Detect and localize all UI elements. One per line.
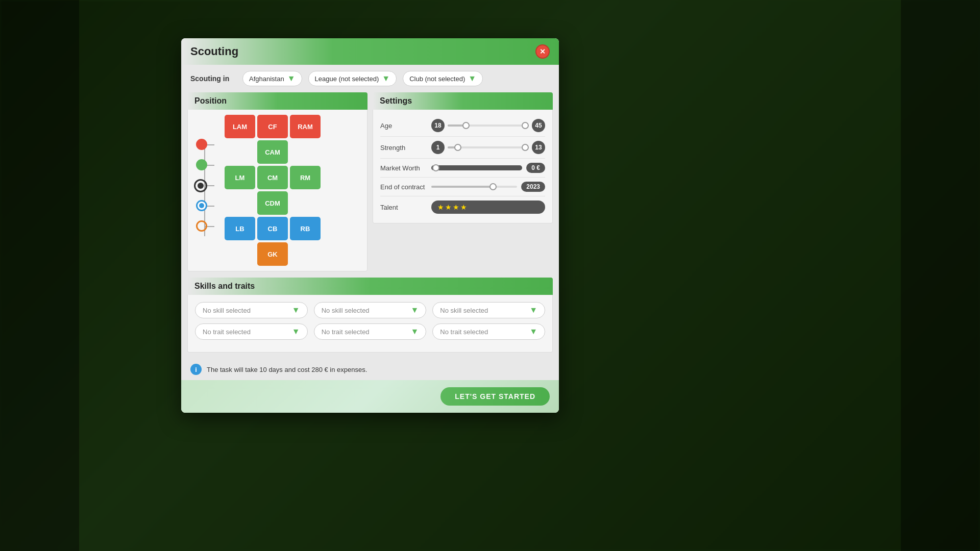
country-arrow-icon: ▼ <box>287 74 296 83</box>
club-value: Club (not selected) <box>409 75 465 83</box>
market-worth-slider[interactable] <box>431 165 522 170</box>
skill3-value: No skill selected <box>440 307 488 314</box>
strength-min-badge: 1 <box>431 141 445 154</box>
tree-dot-blue[interactable] <box>196 200 207 211</box>
strength-slider-container: 1 13 <box>431 141 545 154</box>
position-GK[interactable]: GK <box>257 242 288 266</box>
info-bar: i The task will take 10 days and cost 28… <box>181 359 559 380</box>
modal-footer: LET'S GET STARTED <box>181 380 559 413</box>
info-text: The task will take 10 days and cost 280 … <box>207 366 367 373</box>
end-of-contract-value: 2023 <box>521 182 545 192</box>
position-RAM[interactable]: RAM <box>290 115 321 138</box>
end-of-contract-row: End of contract 2023 <box>380 178 545 196</box>
info-icon: i <box>190 364 202 375</box>
strength-min-thumb[interactable] <box>454 144 461 151</box>
trait2-arrow-icon: ▼ <box>411 327 419 336</box>
trait1-value: No trait selected <box>203 328 251 336</box>
tree-dot-red[interactable] <box>196 139 207 150</box>
club-arrow-icon: ▼ <box>468 74 476 83</box>
modal-title: Scouting <box>190 45 238 58</box>
trait2-dropdown[interactable]: No trait selected ▼ <box>314 323 427 340</box>
strength-row: Strength 1 13 <box>380 137 545 159</box>
position-CF[interactable]: CF <box>257 115 288 138</box>
talent-stars[interactable]: ★★★★ <box>431 201 545 214</box>
end-of-contract-slider[interactable] <box>431 186 517 188</box>
position-empty-2 <box>290 140 321 164</box>
settings-content: Age 18 45 Strength 1 <box>373 110 553 223</box>
trait1-dropdown[interactable]: No trait selected ▼ <box>195 323 308 340</box>
tree-dot-green[interactable] <box>196 159 207 170</box>
skill3-arrow-icon: ▼ <box>529 306 537 315</box>
scouting-in-row: Scouting in Afghanistan ▼ League (not se… <box>181 65 559 92</box>
position-LB[interactable]: LB <box>225 217 255 240</box>
traits-row: No trait selected ▼ No trait selected ▼ … <box>195 323 545 340</box>
tree-dot-orange[interactable] <box>196 220 207 232</box>
position-grid: LAM CF RAM CAM LM CM RM CDM <box>225 115 321 266</box>
strength-max-badge: 13 <box>532 141 545 154</box>
position-LAM[interactable]: LAM <box>225 115 255 138</box>
settings-header: Settings <box>373 92 553 110</box>
strength-label: Strength <box>380 144 426 152</box>
position-RM[interactable]: RM <box>290 166 321 189</box>
skills-header: Skills and traits <box>187 278 553 295</box>
talent-label: Talent <box>380 204 426 211</box>
position-empty-6 <box>290 242 321 266</box>
league-value: League (not selected) <box>315 75 379 83</box>
trait3-value: No trait selected <box>440 328 488 336</box>
formation-tree <box>193 134 218 246</box>
country-dropdown[interactable]: Afghanistan ▼ <box>242 71 302 86</box>
age-max-thumb[interactable] <box>522 122 529 129</box>
position-LM[interactable]: LM <box>225 166 255 189</box>
left-sidebar <box>0 0 79 551</box>
position-panel: Position <box>187 92 368 271</box>
age-min-badge: 18 <box>431 119 445 132</box>
market-worth-thumb[interactable] <box>432 164 439 171</box>
position-empty-1 <box>225 140 255 164</box>
end-of-contract-label: End of contract <box>380 183 426 191</box>
position-CB[interactable]: CB <box>257 217 288 240</box>
settings-panel: Settings Age 18 45 <box>373 92 553 271</box>
close-button[interactable]: ✕ <box>535 44 550 59</box>
trait3-arrow-icon: ▼ <box>529 327 537 336</box>
strength-max-thumb[interactable] <box>522 144 529 151</box>
skill2-dropdown[interactable]: No skill selected ▼ <box>314 302 427 318</box>
trait1-arrow-icon: ▼ <box>292 327 300 336</box>
market-worth-container: 0 € <box>431 163 545 173</box>
skills-content: No skill selected ▼ No skill selected ▼ … <box>187 295 553 353</box>
age-row: Age 18 45 <box>380 115 545 137</box>
position-empty-4 <box>290 191 321 215</box>
market-worth-value: 0 € <box>526 163 545 173</box>
scouting-modal: Scouting ✕ Scouting in Afghanistan ▼ Lea… <box>181 38 559 413</box>
age-slider-fill <box>448 124 464 127</box>
right-sidebar <box>901 0 980 551</box>
position-content: LAM CF RAM CAM LM CM RM CDM <box>187 110 368 271</box>
skill2-arrow-icon: ▼ <box>411 306 419 315</box>
league-arrow-icon: ▼ <box>382 74 390 83</box>
end-of-contract-container: 2023 <box>431 182 545 192</box>
end-of-contract-thumb[interactable] <box>489 183 497 190</box>
age-max-badge: 45 <box>532 119 545 132</box>
market-worth-row: Market Worth 0 € <box>380 159 545 178</box>
modal-header: Scouting ✕ <box>181 38 559 65</box>
position-RB[interactable]: RB <box>290 217 321 240</box>
league-dropdown[interactable]: League (not selected) ▼ <box>308 71 397 86</box>
skill3-dropdown[interactable]: No skill selected ▼ <box>432 302 545 318</box>
position-empty-3 <box>225 191 255 215</box>
position-CAM[interactable]: CAM <box>257 140 288 164</box>
position-CDM[interactable]: CDM <box>257 191 288 215</box>
age-min-thumb[interactable] <box>462 122 470 129</box>
position-CM[interactable]: CM <box>257 166 288 189</box>
skill1-arrow-icon: ▼ <box>292 306 300 315</box>
strength-slider-track[interactable] <box>448 146 529 148</box>
scouting-in-label: Scouting in <box>190 74 236 83</box>
start-button[interactable]: LET'S GET STARTED <box>440 387 550 406</box>
skills-section: Skills and traits No skill selected ▼ No… <box>181 278 559 359</box>
age-slider-track[interactable] <box>448 124 529 127</box>
skill1-value: No skill selected <box>203 307 251 314</box>
tree-dot-black[interactable] <box>194 179 207 192</box>
club-dropdown[interactable]: Club (not selected) ▼ <box>403 71 483 86</box>
skill1-dropdown[interactable]: No skill selected ▼ <box>195 302 308 318</box>
trait3-dropdown[interactable]: No trait selected ▼ <box>432 323 545 340</box>
trait2-value: No trait selected <box>322 328 370 336</box>
skill2-value: No skill selected <box>322 307 370 314</box>
